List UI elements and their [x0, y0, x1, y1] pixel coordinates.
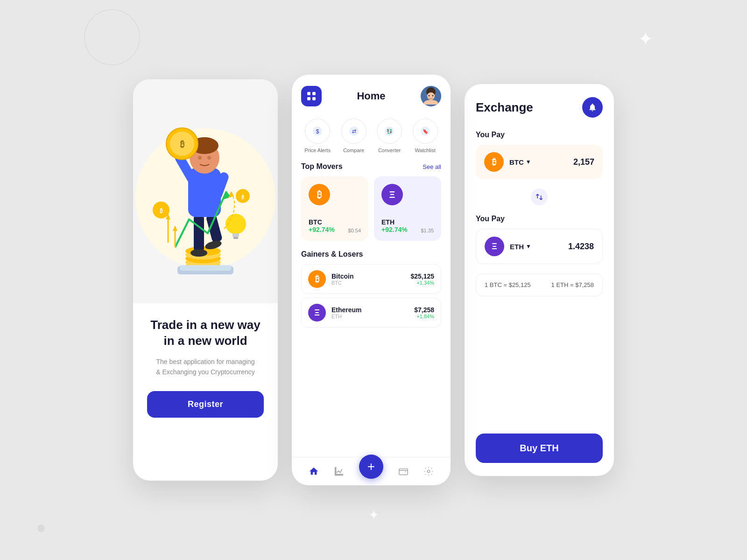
gainers-list: ₿ Bitcoin BTC $25,125 +1.34% Ξ Ethereum …	[292, 264, 451, 328]
compare-label: Compare	[343, 147, 364, 153]
top-movers-title: Top Movers	[301, 162, 343, 171]
nav-home[interactable]	[309, 466, 319, 476]
exchange-header: Exchange	[476, 97, 603, 118]
gainer-eth-ticker: ETH	[331, 314, 414, 319]
gainer-eth-icon: Ξ	[308, 304, 326, 322]
quick-action-price-alerts[interactable]: $ Price Alerts	[304, 119, 331, 153]
svg-text:💱: 💱	[387, 128, 393, 134]
eth-dropdown-arrow[interactable]: ▼	[526, 243, 531, 250]
svg-text:₿: ₿	[160, 208, 163, 214]
gainer-eth-price-info: $7,258 +1.84%	[414, 306, 434, 319]
svg-text:$: $	[316, 128, 319, 135]
gainer-btc-ticker: BTC	[331, 280, 410, 286]
svg-point-15	[207, 156, 211, 160]
gainer-btc-price: $25,125	[410, 273, 434, 280]
avatar-image	[421, 86, 441, 106]
bottom-nav: +	[292, 457, 451, 485]
bg-decoration-circle-top	[84, 9, 140, 65]
gainer-eth-price: $7,258	[414, 306, 434, 314]
btc-amount: 2,157	[573, 157, 594, 167]
exchange-rate-row: 1 BTC = $25,125 1 ETH = $7,258	[476, 273, 603, 296]
swap-btn-row	[476, 189, 603, 205]
gainers-title: Gainers & Losers	[301, 250, 363, 259]
home-title: Home	[357, 90, 385, 102]
mover-eth-change: +92.74%	[381, 226, 408, 233]
gainer-eth-change: +1.84%	[414, 314, 434, 319]
svg-text:₿: ₿	[180, 140, 184, 149]
nav-settings[interactable]	[423, 466, 434, 476]
gainer-btc-icon: ₿	[308, 270, 326, 288]
nav-add-button[interactable]: +	[359, 455, 383, 479]
menu-icon	[307, 92, 316, 100]
screen-exchange: Exchange You Pay ₿ BTC ▼ 2,157	[465, 84, 614, 476]
svg-text:⇄: ⇄	[352, 128, 356, 134]
mover-card-eth[interactable]: Ξ ETH +92.74% $1.35	[374, 176, 441, 241]
bg-star-top-right: ✦	[638, 28, 654, 49]
btc-icon: ₿	[484, 152, 504, 172]
eth-input-row[interactable]: Ξ ETH ▼ 1.4238	[476, 229, 603, 264]
svg-rect-25	[233, 237, 238, 239]
screen-home: Home $	[292, 75, 451, 485]
svg-point-23	[226, 214, 246, 234]
mover-eth-price: $1.35	[421, 228, 434, 233]
onboarding-illustration: ₿ ₿ ₿	[133, 79, 278, 303]
gainer-item-eth[interactable]: Ξ Ethereum ETH $7,258 +1.84%	[301, 298, 441, 328]
btc-rate: 1 BTC = $25,125	[485, 281, 531, 288]
eth-amount: 1.4238	[568, 242, 594, 252]
eth-mover-icon: Ξ	[381, 184, 403, 205]
movers-container: ₿ BTC +92.74% $0.54 Ξ ETH +92.	[292, 176, 451, 250]
menu-button[interactable]	[301, 86, 322, 106]
register-button[interactable]: Register	[147, 391, 264, 418]
see-all-button[interactable]: See all	[423, 163, 441, 170]
svg-point-49	[427, 470, 430, 473]
btc-coin-name: BTC	[509, 158, 524, 166]
illustration-svg: ₿ ₿ ₿	[133, 79, 273, 294]
gainer-eth-name: Ethereum	[331, 306, 414, 314]
gainer-eth-info: Ethereum ETH	[331, 306, 414, 319]
bg-decoration-circle-bottom	[37, 525, 45, 532]
buy-eth-button[interactable]: Buy ETH	[476, 434, 603, 463]
svg-point-39	[432, 95, 434, 97]
quick-action-compare[interactable]: ⇄ Compare	[341, 119, 366, 153]
gainer-btc-price-info: $25,125 +1.34%	[410, 273, 434, 286]
svg-point-38	[429, 95, 430, 97]
exchange-title: Exchange	[476, 100, 533, 115]
price-alerts-label: Price Alerts	[304, 147, 331, 153]
svg-text:🔖: 🔖	[423, 128, 429, 134]
you-pay-label-1: You Pay	[476, 131, 603, 139]
svg-rect-24	[233, 233, 239, 237]
nav-chart[interactable]	[334, 466, 344, 476]
quick-actions: $ Price Alerts ⇄ Compare �	[292, 114, 451, 162]
btc-input-row[interactable]: ₿ BTC ▼ 2,157	[476, 145, 603, 179]
watchlist-icon: 🔖	[413, 119, 438, 144]
gainer-item-btc[interactable]: ₿ Bitcoin BTC $25,125 +1.34%	[301, 264, 441, 294]
you-pay-label-2: You Pay	[476, 215, 603, 223]
nav-wallet[interactable]	[398, 466, 409, 476]
eth-icon: Ξ	[485, 237, 504, 256]
watchlist-label: Watchlist	[415, 147, 436, 153]
onboarding-text-section: Trade in a new way in a new world The be…	[136, 303, 275, 391]
mover-card-btc[interactable]: ₿ BTC +92.74% $0.54	[301, 176, 368, 241]
top-movers-header: Top Movers See all	[292, 162, 451, 176]
mover-btc-change: +92.74%	[309, 226, 335, 233]
quick-action-watchlist[interactable]: 🔖 Watchlist	[413, 119, 438, 153]
onboarding-subtitle: The best application for managing & Exch…	[150, 357, 261, 378]
screens-container: ₿ ₿ ₿	[114, 56, 633, 504]
btc-dropdown-arrow[interactable]: ▼	[526, 159, 531, 165]
quick-action-converter[interactable]: 💱 Converter	[377, 119, 402, 153]
eth-rate: 1 ETH = $7,258	[551, 281, 594, 288]
swap-button[interactable]	[531, 189, 548, 205]
notification-button[interactable]	[582, 97, 603, 118]
gainer-btc-change: +1.34%	[410, 280, 434, 286]
swap-icon	[535, 193, 543, 201]
svg-rect-5	[194, 215, 204, 252]
eth-coin-name: ETH	[510, 243, 524, 251]
converter-label: Converter	[378, 147, 401, 153]
btc-mover-icon: ₿	[309, 184, 330, 205]
mover-eth-name: ETH	[381, 218, 408, 226]
user-avatar[interactable]	[421, 86, 441, 106]
svg-marker-30	[173, 225, 177, 231]
mover-btc-price: $0.54	[348, 228, 361, 233]
mover-btc-name: BTC	[309, 218, 335, 226]
bg-star-bottom-center: ✦	[368, 507, 379, 523]
